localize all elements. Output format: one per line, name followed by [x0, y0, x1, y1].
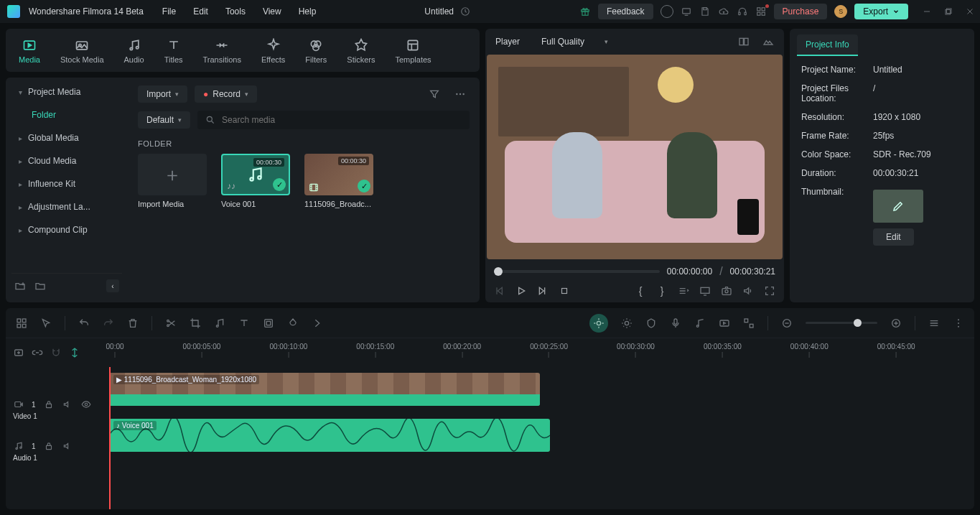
- auto-ripple-icon[interactable]: [69, 347, 80, 358]
- menu-tools[interactable]: Tools: [225, 6, 246, 17]
- mute-icon[interactable]: [62, 399, 73, 410]
- media-item-voice-001[interactable]: 00:00:30 ♪♪ ✓ Voice 001: [221, 154, 290, 208]
- timeline-clip-audio[interactable]: ♪ Voice 001: [109, 419, 550, 452]
- headphones-icon[interactable]: [737, 6, 748, 17]
- tab-stock-media[interactable]: Stock Media: [60, 37, 104, 64]
- tab-media[interactable]: Media: [19, 37, 40, 64]
- tab-filters[interactable]: Filters: [305, 37, 327, 64]
- magnet-icon[interactable]: [50, 347, 62, 358]
- tab-effects[interactable]: Effects: [261, 37, 285, 64]
- scrub-bar[interactable]: [494, 270, 660, 273]
- sort-dropdown[interactable]: Default▾: [138, 111, 190, 129]
- close-icon[interactable]: [964, 6, 976, 17]
- save-icon[interactable]: [699, 6, 711, 17]
- sidebar-item-folder[interactable]: Folder: [11, 105, 122, 125]
- preview-viewport[interactable]: [487, 55, 783, 259]
- fullscreen-icon[interactable]: [764, 285, 775, 297]
- quality-menu-icon[interactable]: [678, 285, 689, 297]
- tab-templates[interactable]: Templates: [395, 37, 431, 64]
- edit-thumbnail-button[interactable]: Edit: [873, 228, 914, 246]
- ai-icon[interactable]: [589, 314, 608, 333]
- delete-icon[interactable]: [127, 317, 139, 329]
- add-track-icon[interactable]: [13, 347, 24, 358]
- import-media-tile[interactable]: ＋ Import Media: [138, 154, 207, 208]
- tab-project-info[interactable]: Project Info: [797, 34, 858, 56]
- sidebar-item-project-media[interactable]: ▾Project Media: [11, 82, 122, 102]
- tl-layout-icon[interactable]: [16, 317, 27, 329]
- cloud-upload-icon[interactable]: [718, 6, 729, 17]
- track-header-video-1[interactable]: 1 Video 1: [6, 389, 106, 430]
- play-forward-icon[interactable]: [537, 285, 549, 297]
- display-icon[interactable]: [699, 285, 711, 297]
- tab-audio[interactable]: Audio: [124, 37, 144, 64]
- stop-icon[interactable]: [559, 285, 570, 297]
- playhead[interactable]: [109, 367, 111, 509]
- zoom-slider[interactable]: [806, 322, 877, 324]
- link-icon[interactable]: [32, 347, 43, 358]
- snapshot-icon[interactable]: [721, 285, 732, 297]
- speed-icon[interactable]: [214, 317, 225, 329]
- tab-titles[interactable]: Titles: [164, 37, 183, 64]
- collapse-sidebar-button[interactable]: ‹: [106, 279, 119, 292]
- device-icon[interactable]: [681, 6, 692, 17]
- mark-out-icon[interactable]: }: [656, 285, 668, 297]
- color-icon[interactable]: [287, 317, 299, 329]
- minimize-icon[interactable]: [921, 6, 933, 17]
- tab-stickers[interactable]: Stickers: [347, 37, 375, 64]
- tl-cursor-icon[interactable]: [40, 317, 52, 329]
- account-avatar[interactable]: S: [834, 5, 847, 18]
- export-button[interactable]: Export: [854, 4, 908, 19]
- scope-icon[interactable]: [762, 36, 774, 47]
- search-input[interactable]: [222, 115, 462, 125]
- play-icon[interactable]: [515, 285, 527, 297]
- crop-icon[interactable]: [190, 317, 201, 329]
- compare-view-icon[interactable]: [738, 36, 750, 47]
- apps-icon[interactable]: [755, 6, 767, 17]
- zoom-in-icon[interactable]: [890, 317, 902, 329]
- feedback-button[interactable]: Feedback: [598, 4, 653, 19]
- redo-icon[interactable]: [103, 317, 114, 329]
- filter-icon[interactable]: [425, 85, 444, 103]
- render-icon[interactable]: [719, 317, 730, 329]
- visibility-icon[interactable]: [80, 399, 92, 410]
- lock-icon[interactable]: [43, 440, 55, 452]
- purchase-button[interactable]: Purchase: [774, 4, 828, 19]
- folder-icon[interactable]: [34, 280, 46, 292]
- sidebar-item-global-media[interactable]: ▸Global Media: [11, 128, 122, 148]
- sidebar-item-compound-clip[interactable]: ▸Compound Clip: [11, 220, 122, 240]
- track-header-audio-1[interactable]: 1 Audio 1: [6, 430, 106, 472]
- maximize-icon[interactable]: [943, 6, 954, 17]
- zoom-out-icon[interactable]: [781, 317, 793, 329]
- document-title[interactable]: Untitled: [424, 6, 454, 17]
- voiceover-icon[interactable]: [670, 317, 681, 329]
- keyframe-icon[interactable]: [743, 317, 755, 329]
- more-tools-icon[interactable]: [312, 317, 323, 329]
- lock-icon[interactable]: [43, 399, 55, 410]
- volume-icon[interactable]: [742, 285, 754, 297]
- history-icon[interactable]: [459, 6, 471, 17]
- timeline-clip-video[interactable]: ▶ 1115096_Broadcast_Woman_1920x1080: [109, 373, 540, 406]
- split-icon[interactable]: [165, 317, 177, 329]
- prev-frame-icon[interactable]: [494, 285, 505, 297]
- record-status-icon[interactable]: [661, 5, 673, 18]
- sidebar-item-adjustment-layer[interactable]: ▸Adjustment La...: [11, 197, 122, 217]
- sidebar-item-influence-kit[interactable]: ▸Influence Kit: [11, 174, 122, 194]
- ruler[interactable]: 00:00 00:00:05:00 00:00:10:00 00:00:15:0…: [106, 338, 974, 367]
- menu-edit[interactable]: Edit: [193, 6, 208, 17]
- undo-icon[interactable]: [78, 317, 90, 329]
- enhance-icon[interactable]: [621, 317, 633, 329]
- track-options-icon[interactable]: [928, 317, 940, 329]
- mark-in-icon[interactable]: {: [635, 285, 646, 297]
- marker-icon[interactable]: [645, 317, 657, 329]
- import-dropdown[interactable]: Import▾: [138, 85, 187, 103]
- record-dropdown[interactable]: ●Record▾: [195, 85, 257, 103]
- quality-dropdown[interactable]: Full Quality▾: [533, 33, 617, 50]
- mute-icon[interactable]: [62, 440, 73, 452]
- menu-view[interactable]: View: [263, 6, 281, 17]
- sidebar-item-cloud-media[interactable]: ▸Cloud Media: [11, 151, 122, 171]
- audio-mixer-icon[interactable]: [694, 317, 706, 329]
- gift-icon[interactable]: [579, 6, 591, 17]
- menu-file[interactable]: File: [162, 6, 176, 17]
- mask-icon[interactable]: [263, 317, 274, 329]
- text-icon[interactable]: [238, 317, 250, 329]
